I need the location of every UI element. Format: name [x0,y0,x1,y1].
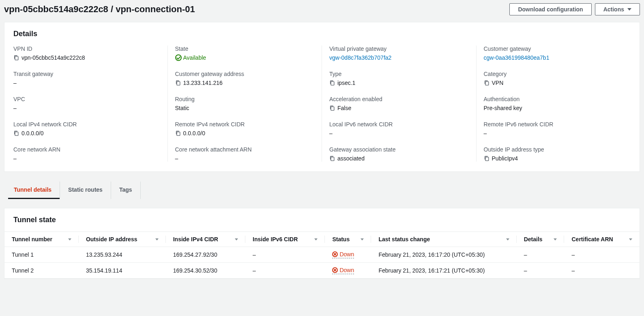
type-value: ipsec.1 [337,80,355,86]
copy-icon[interactable] [329,105,335,111]
copy-icon[interactable] [329,156,335,161]
remote-ipv6-cidr-value: – [484,130,619,136]
th-tunnel-number[interactable]: Tunnel number [4,232,79,247]
outside-ip-type-value: PublicIpv4 [492,155,518,162]
state-value: Available [175,54,206,61]
tunnel-state-heading: Tunnel state [4,208,640,232]
th-outside-ip[interactable]: Outside IP address [79,232,166,247]
check-circle-icon [175,54,182,61]
vpn-id-label: VPN ID [13,45,155,52]
cell-inside-ipv4: 169.254.30.52/30 [166,263,245,279]
cgw-address-label: Customer gateway address [175,71,310,77]
cell-tunnel-number: Tunnel 2 [4,263,79,279]
cell-outside-ip: 35.154.19.114 [79,263,166,279]
download-config-label: Download configuration [518,6,583,13]
cell-details: – [517,263,565,279]
local-ipv4-cidr-value: 0.0.0.0/0 [21,130,44,136]
copy-icon[interactable] [13,55,19,61]
gateway-assoc-label: Gateway association state [329,146,464,153]
caret-down-icon [627,8,631,11]
details-panel: Details VPN ID vpn-05cbbc514a9c222c8 Tra… [4,22,640,172]
sort-icon[interactable] [68,238,71,240]
page-title: vpn-05cbbc514a9c222c8 / vpn-connection-0… [4,4,195,15]
table-row: Tunnel 235.154.19.114169.254.30.52/30–Do… [4,263,640,279]
cell-outside-ip: 13.235.93.244 [79,247,166,263]
actions-button[interactable]: Actions [595,3,640,15]
th-cert-arn[interactable]: Certificate ARN [564,232,640,247]
details-heading: Details [4,22,640,45]
tunnel-state-panel: Tunnel state Tunnel number Outside IP ad… [4,208,640,279]
tab-tunnel-details[interactable]: Tunnel details [8,182,60,199]
core-network-attachment-arn-label: Core network attachment ARN [175,146,310,153]
th-status[interactable]: Status [325,232,371,247]
sort-icon[interactable] [506,238,509,240]
sort-icon[interactable] [155,238,159,240]
cgw-link[interactable]: cgw-0aa361998480ea7b1 [484,54,550,61]
th-inside-ipv4[interactable]: Inside IPv4 CIDR [166,232,245,247]
tunnel-table: Tunnel number Outside IP address Inside … [4,232,640,279]
cell-inside-ipv4: 169.254.27.92/30 [166,247,245,263]
tabs: Tunnel details Static routes Tags [4,182,640,199]
outside-ip-type-label: Outside IP address type [484,146,619,153]
accel-label: Acceleration enabled [329,96,464,102]
state-label: State [175,45,310,52]
actions-label: Actions [603,6,624,13]
status-badge: Down [332,267,354,274]
sort-icon[interactable] [629,238,632,240]
core-network-attachment-arn-value: – [175,155,310,162]
th-last-change[interactable]: Last status change [371,232,516,247]
cell-cert-arn: – [564,263,640,279]
tab-tags[interactable]: Tags [111,182,141,199]
routing-value: Static [175,105,310,111]
th-details[interactable]: Details [517,232,565,247]
remote-ipv4-cidr-label: Remote IPv4 network CIDR [175,121,310,128]
local-ipv6-cidr-value: – [329,130,464,136]
local-ipv6-cidr-label: Local IPv6 network CIDR [329,121,464,128]
core-network-arn-value: – [13,155,155,162]
sort-icon[interactable] [314,238,318,240]
copy-icon[interactable] [13,130,19,136]
transit-gateway-label: Transit gateway [13,71,155,77]
remote-ipv4-cidr-value: 0.0.0.0/0 [183,130,206,136]
vpg-label: Virtual private gateway [329,45,464,52]
auth-label: Authentication [484,96,619,102]
x-circle-icon [332,267,338,273]
category-value: VPN [492,80,504,86]
vpg-link[interactable]: vgw-0d8c7fa362b707fa2 [329,54,391,61]
th-inside-ipv6[interactable]: Inside IPv6 CIDR [245,232,325,247]
cell-inside-ipv6: – [245,247,325,263]
auth-value: Pre-shared key [484,105,619,111]
table-row: Tunnel 113.235.93.244169.254.27.92/30–Do… [4,247,640,263]
accel-value: False [337,105,351,111]
cell-last-change: February 21, 2023, 16:17:20 (UTC+05:30) [371,247,516,263]
remote-ipv6-cidr-label: Remote IPv6 network CIDR [484,121,619,128]
category-label: Category [484,71,619,77]
tab-static-routes[interactable]: Static routes [60,182,111,199]
copy-icon[interactable] [175,130,181,136]
copy-icon[interactable] [484,156,489,161]
local-ipv4-cidr-label: Local IPv4 network CIDR [13,121,155,128]
copy-icon[interactable] [329,80,335,86]
copy-icon[interactable] [175,80,181,86]
cell-last-change: February 21, 2023, 16:17:21 (UTC+05:30) [371,263,516,279]
cell-tunnel-number: Tunnel 1 [4,247,79,263]
vpc-label: VPC [13,96,155,102]
vpn-id-value: vpn-05cbbc514a9c222c8 [21,54,85,61]
download-configuration-button[interactable]: Download configuration [509,3,591,15]
cell-details: – [517,247,565,263]
cell-cert-arn: – [564,247,640,263]
sort-icon[interactable] [554,238,557,240]
sort-icon[interactable] [235,238,238,240]
sort-icon[interactable] [361,238,364,240]
vpc-value: – [13,105,155,111]
status-badge: Down [332,251,354,258]
transit-gateway-value: – [13,80,155,86]
core-network-arn-label: Core network ARN [13,146,155,153]
x-circle-icon [332,251,338,257]
cell-inside-ipv6: – [245,263,325,279]
type-label: Type [329,71,464,77]
cgw-address-value: 13.233.141.216 [183,80,223,86]
cgw-label: Customer gateway [484,45,619,52]
copy-icon[interactable] [484,80,489,86]
routing-label: Routing [175,96,310,102]
